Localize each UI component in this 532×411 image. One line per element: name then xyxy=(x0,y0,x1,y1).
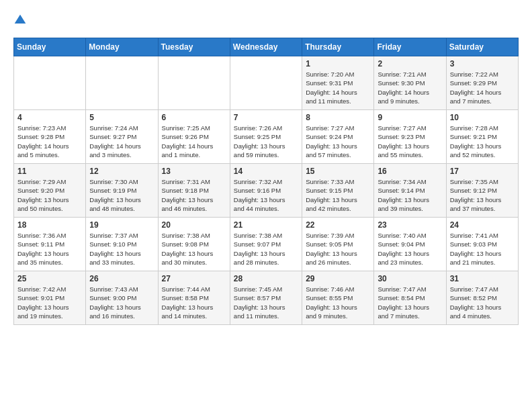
day-info: Sunrise: 7:42 AM Sunset: 9:01 PM Dayligh… xyxy=(17,285,82,320)
calendar-cell: 19Sunrise: 7:37 AM Sunset: 9:10 PM Dayli… xyxy=(86,218,158,271)
day-number: 18 xyxy=(17,220,82,230)
day-number: 7 xyxy=(234,113,298,122)
calendar-cell: 24Sunrise: 7:41 AM Sunset: 9:03 PM Dayli… xyxy=(446,218,518,271)
day-number: 31 xyxy=(450,274,515,283)
day-number: 13 xyxy=(162,167,226,176)
calendar-cell: 20Sunrise: 7:38 AM Sunset: 9:08 PM Dayli… xyxy=(158,218,230,271)
calendar-cell xyxy=(158,56,230,110)
weekday-header: Friday xyxy=(374,38,446,56)
calendar-cell: 2Sunrise: 7:21 AM Sunset: 9:30 PM Daylig… xyxy=(374,56,446,110)
day-number: 29 xyxy=(306,274,370,283)
calendar-cell: 26Sunrise: 7:43 AM Sunset: 9:00 PM Dayli… xyxy=(86,271,158,325)
svg-marker-0 xyxy=(15,15,26,24)
calendar-week-row: 18Sunrise: 7:36 AM Sunset: 9:11 PM Dayli… xyxy=(14,218,519,271)
calendar-cell: 18Sunrise: 7:36 AM Sunset: 9:11 PM Dayli… xyxy=(14,218,86,271)
calendar-cell: 17Sunrise: 7:35 AM Sunset: 9:12 PM Dayli… xyxy=(446,164,518,218)
day-info: Sunrise: 7:33 AM Sunset: 9:15 PM Dayligh… xyxy=(306,177,370,213)
day-info: Sunrise: 7:35 AM Sunset: 9:12 PM Dayligh… xyxy=(450,177,515,213)
calendar-cell: 1Sunrise: 7:20 AM Sunset: 9:31 PM Daylig… xyxy=(302,56,374,110)
calendar-cell: 27Sunrise: 7:44 AM Sunset: 8:58 PM Dayli… xyxy=(158,271,230,325)
day-number: 8 xyxy=(306,113,370,122)
day-info: Sunrise: 7:25 AM Sunset: 9:26 PM Dayligh… xyxy=(162,124,226,159)
calendar-cell: 6Sunrise: 7:25 AM Sunset: 9:26 PM Daylig… xyxy=(158,110,230,164)
day-number: 2 xyxy=(378,59,442,68)
calendar-week-row: 25Sunrise: 7:42 AM Sunset: 9:01 PM Dayli… xyxy=(14,271,519,325)
day-number: 17 xyxy=(450,167,515,176)
day-info: Sunrise: 7:21 AM Sunset: 9:30 PM Dayligh… xyxy=(378,70,442,105)
calendar-cell: 16Sunrise: 7:34 AM Sunset: 9:14 PM Dayli… xyxy=(374,164,446,218)
weekday-header: Sunday xyxy=(14,38,86,56)
calendar-week-row: 1Sunrise: 7:20 AM Sunset: 9:31 PM Daylig… xyxy=(14,56,519,110)
calendar-week-row: 11Sunrise: 7:29 AM Sunset: 9:20 PM Dayli… xyxy=(14,164,519,218)
day-number: 1 xyxy=(306,59,370,68)
day-info: Sunrise: 7:40 AM Sunset: 9:04 PM Dayligh… xyxy=(378,231,442,267)
day-number: 28 xyxy=(234,274,298,283)
day-number: 6 xyxy=(162,113,226,122)
calendar-cell: 9Sunrise: 7:27 AM Sunset: 9:23 PM Daylig… xyxy=(374,110,446,164)
calendar-cell: 31Sunrise: 7:47 AM Sunset: 8:52 PM Dayli… xyxy=(446,271,518,325)
weekday-header: Monday xyxy=(86,38,158,56)
day-number: 9 xyxy=(378,113,442,122)
day-info: Sunrise: 7:32 AM Sunset: 9:16 PM Dayligh… xyxy=(234,177,298,213)
weekday-header: Wednesday xyxy=(230,38,302,56)
calendar-cell xyxy=(230,56,302,110)
calendar-cell: 11Sunrise: 7:29 AM Sunset: 9:20 PM Dayli… xyxy=(14,164,86,218)
calendar-cell: 3Sunrise: 7:22 AM Sunset: 9:29 PM Daylig… xyxy=(446,56,518,110)
day-info: Sunrise: 7:20 AM Sunset: 9:31 PM Dayligh… xyxy=(306,70,370,105)
day-number: 22 xyxy=(306,220,370,230)
logo xyxy=(13,13,30,27)
calendar-cell: 28Sunrise: 7:45 AM Sunset: 8:57 PM Dayli… xyxy=(230,271,302,325)
day-number: 11 xyxy=(17,167,82,176)
day-number: 3 xyxy=(450,59,515,68)
day-info: Sunrise: 7:41 AM Sunset: 9:03 PM Dayligh… xyxy=(450,231,515,267)
day-number: 15 xyxy=(306,167,370,176)
day-number: 25 xyxy=(17,274,82,283)
day-info: Sunrise: 7:23 AM Sunset: 9:28 PM Dayligh… xyxy=(17,124,82,159)
weekday-header: Saturday xyxy=(446,38,518,56)
day-number: 5 xyxy=(89,113,154,122)
calendar-cell xyxy=(86,56,158,110)
day-number: 20 xyxy=(162,220,226,230)
day-info: Sunrise: 7:30 AM Sunset: 9:19 PM Dayligh… xyxy=(89,177,154,213)
calendar-week-row: 4Sunrise: 7:23 AM Sunset: 9:28 PM Daylig… xyxy=(14,110,519,164)
page-header xyxy=(13,13,519,27)
calendar-cell: 29Sunrise: 7:46 AM Sunset: 8:55 PM Dayli… xyxy=(302,271,374,325)
day-number: 24 xyxy=(450,220,515,230)
calendar-cell: 5Sunrise: 7:24 AM Sunset: 9:27 PM Daylig… xyxy=(86,110,158,164)
day-info: Sunrise: 7:44 AM Sunset: 8:58 PM Dayligh… xyxy=(162,285,226,320)
day-info: Sunrise: 7:27 AM Sunset: 9:24 PM Dayligh… xyxy=(306,124,370,159)
day-info: Sunrise: 7:29 AM Sunset: 9:20 PM Dayligh… xyxy=(17,177,82,213)
day-info: Sunrise: 7:45 AM Sunset: 8:57 PM Dayligh… xyxy=(234,285,298,320)
day-info: Sunrise: 7:36 AM Sunset: 9:11 PM Dayligh… xyxy=(17,231,82,267)
day-info: Sunrise: 7:27 AM Sunset: 9:23 PM Dayligh… xyxy=(378,124,442,159)
day-info: Sunrise: 7:22 AM Sunset: 9:29 PM Dayligh… xyxy=(450,70,515,105)
day-number: 19 xyxy=(89,220,154,230)
calendar-cell: 23Sunrise: 7:40 AM Sunset: 9:04 PM Dayli… xyxy=(374,218,446,271)
calendar-table: SundayMondayTuesdayWednesdayThursdayFrid… xyxy=(13,38,519,325)
day-number: 12 xyxy=(89,167,154,176)
calendar-cell: 30Sunrise: 7:47 AM Sunset: 8:54 PM Dayli… xyxy=(374,271,446,325)
calendar-cell: 14Sunrise: 7:32 AM Sunset: 9:16 PM Dayli… xyxy=(230,164,302,218)
day-info: Sunrise: 7:38 AM Sunset: 9:07 PM Dayligh… xyxy=(234,231,298,267)
day-number: 26 xyxy=(89,274,154,283)
day-info: Sunrise: 7:39 AM Sunset: 9:05 PM Dayligh… xyxy=(306,231,370,267)
calendar-cell: 8Sunrise: 7:27 AM Sunset: 9:24 PM Daylig… xyxy=(302,110,374,164)
day-info: Sunrise: 7:26 AM Sunset: 9:25 PM Dayligh… xyxy=(234,124,298,159)
day-number: 23 xyxy=(378,220,442,230)
calendar-cell: 15Sunrise: 7:33 AM Sunset: 9:15 PM Dayli… xyxy=(302,164,374,218)
day-number: 21 xyxy=(234,220,298,230)
day-number: 30 xyxy=(378,274,442,283)
weekday-header: Tuesday xyxy=(158,38,230,56)
calendar-cell: 4Sunrise: 7:23 AM Sunset: 9:28 PM Daylig… xyxy=(14,110,86,164)
calendar-cell: 12Sunrise: 7:30 AM Sunset: 9:19 PM Dayli… xyxy=(86,164,158,218)
day-number: 4 xyxy=(17,113,82,122)
calendar-cell: 21Sunrise: 7:38 AM Sunset: 9:07 PM Dayli… xyxy=(230,218,302,271)
day-info: Sunrise: 7:47 AM Sunset: 8:52 PM Dayligh… xyxy=(450,285,515,320)
calendar-cell: 22Sunrise: 7:39 AM Sunset: 9:05 PM Dayli… xyxy=(302,218,374,271)
day-info: Sunrise: 7:37 AM Sunset: 9:10 PM Dayligh… xyxy=(89,231,154,267)
day-info: Sunrise: 7:31 AM Sunset: 9:18 PM Dayligh… xyxy=(162,177,226,213)
day-number: 14 xyxy=(234,167,298,176)
weekday-header-row: SundayMondayTuesdayWednesdayThursdayFrid… xyxy=(14,38,519,56)
day-info: Sunrise: 7:38 AM Sunset: 9:08 PM Dayligh… xyxy=(162,231,226,267)
calendar-cell: 13Sunrise: 7:31 AM Sunset: 9:18 PM Dayli… xyxy=(158,164,230,218)
